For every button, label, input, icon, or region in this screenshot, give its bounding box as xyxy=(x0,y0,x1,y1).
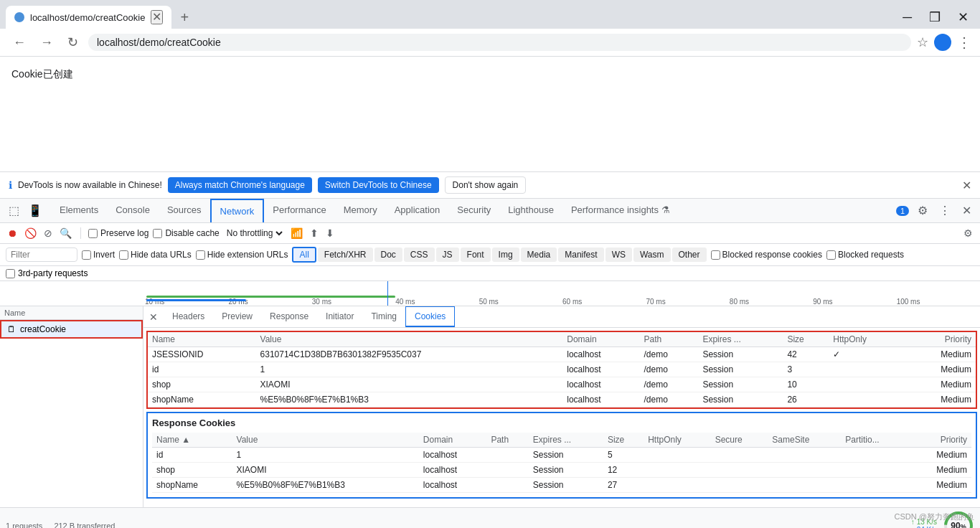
table-row: shop XIAOMI localhost /demo Session 10 M… xyxy=(148,377,976,392)
search-button[interactable]: 🔍 xyxy=(58,226,73,240)
reload-button[interactable]: ↻ xyxy=(63,33,83,52)
close-devtools-button[interactable]: ✕ xyxy=(959,201,974,220)
tab-console[interactable]: Console xyxy=(107,199,159,222)
bookmark-button[interactable]: ☆ xyxy=(917,34,928,50)
clear-button[interactable]: 🚫 xyxy=(23,226,38,240)
table-row: id 1 localhost Session 5 Medium xyxy=(152,448,971,463)
cell-size: 10 xyxy=(783,377,829,392)
detail-close-button[interactable]: ✕ xyxy=(143,307,164,327)
rcol-path: Path xyxy=(486,433,528,448)
disable-cache-input[interactable] xyxy=(153,229,162,238)
toolbar-right: ⚙ xyxy=(962,226,974,240)
filter-img[interactable]: Img xyxy=(492,248,519,262)
preserve-log-checkbox[interactable]: Preserve log xyxy=(88,228,149,238)
filter-js[interactable]: JS xyxy=(436,248,459,262)
detail-tab-response[interactable]: Response xyxy=(261,307,317,327)
network-settings-button[interactable]: ⚙ xyxy=(962,226,974,240)
table-row: shopName %E5%B0%8F%E7%B1%B3 localhost Se… xyxy=(152,478,971,493)
cell-domain: localhost xyxy=(562,392,639,407)
detail-tab-initiator[interactable]: Initiator xyxy=(317,307,362,327)
tab-sources[interactable]: Sources xyxy=(159,199,210,222)
device-toolbar-button[interactable]: 📱 xyxy=(25,201,45,220)
tab-application[interactable]: Application xyxy=(386,199,449,222)
filter-css[interactable]: CSS xyxy=(404,248,435,262)
filter-fetch-xhr[interactable]: Fetch/XHR xyxy=(318,248,373,262)
browser-menu-button[interactable]: ⋮ xyxy=(957,34,971,51)
cell-priority: Medium xyxy=(905,347,976,362)
wifi-button[interactable]: 📶 xyxy=(289,226,304,240)
address-input[interactable] xyxy=(88,34,911,51)
filter-input[interactable] xyxy=(6,248,77,262)
preserve-log-input[interactable] xyxy=(88,229,98,238)
filter-button[interactable]: ⊘ xyxy=(42,226,54,240)
cell-value: XIAOMI xyxy=(256,377,563,392)
rcell-partition xyxy=(841,463,909,478)
invert-checkbox[interactable]: Invert xyxy=(82,250,115,260)
filter-wasm[interactable]: Wasm xyxy=(633,248,671,262)
cell-expires: Session xyxy=(698,347,783,362)
minimize-button[interactable]: ─ xyxy=(897,9,918,27)
devtools-right-actions: 1 ⚙ ⋮ ✕ xyxy=(896,201,974,220)
match-language-button[interactable]: Always match Chrome's language xyxy=(168,177,312,193)
rcell-value: %E5%B0%8F%E7%B1%B3 xyxy=(232,478,419,493)
detail-tab-cookies[interactable]: Cookies xyxy=(405,306,455,327)
rcell-samesite xyxy=(768,478,841,493)
tab-performance-insights[interactable]: Performance insights ⚗ xyxy=(562,199,679,222)
maximize-button[interactable]: ❒ xyxy=(923,8,946,27)
filter-other[interactable]: Other xyxy=(672,248,707,262)
cell-path: /demo xyxy=(639,392,698,407)
blocked-requests-checkbox[interactable]: Blocked requests xyxy=(826,250,904,260)
active-tab[interactable]: localhost/demo/creatCookie ✕ xyxy=(6,6,171,29)
rcell-name: shopName xyxy=(152,478,232,493)
rcell-domain: localhost xyxy=(419,463,487,478)
filter-font[interactable]: Font xyxy=(461,248,491,262)
tab-memory[interactable]: Memory xyxy=(335,199,386,222)
tab-network[interactable]: Network xyxy=(210,199,265,222)
filter-doc[interactable]: Doc xyxy=(374,248,402,262)
rcol-size: Size xyxy=(603,433,644,448)
detail-tab-preview[interactable]: Preview xyxy=(213,307,261,327)
switch-chinese-button[interactable]: Switch DevTools to Chinese xyxy=(318,177,439,193)
disable-cache-checkbox[interactable]: Disable cache xyxy=(153,228,219,238)
filter-all[interactable]: All xyxy=(292,247,316,263)
record-button[interactable]: ⏺ xyxy=(6,226,19,240)
blocked-response-cookies-checkbox[interactable]: Blocked response cookies xyxy=(711,250,822,260)
tab-lighthouse[interactable]: Lighthouse xyxy=(499,199,562,222)
new-tab-button[interactable]: + xyxy=(174,6,194,29)
cell-path: /demo xyxy=(639,377,698,392)
file-item-creatcookie[interactable]: 🗒 creatCookie xyxy=(0,320,143,339)
tab-elements[interactable]: Elements xyxy=(51,199,107,222)
dont-show-again-button[interactable]: Don't show again xyxy=(445,176,527,194)
hide-data-urls-checkbox[interactable]: Hide data URLs xyxy=(119,250,192,260)
cell-path: /demo xyxy=(639,347,698,362)
close-window-button[interactable]: ✕ xyxy=(952,8,974,27)
filter-bar: Invert Hide data URLs Hide extension URL… xyxy=(0,244,980,266)
detail-tab-timing[interactable]: Timing xyxy=(362,307,405,327)
tab-close-button[interactable]: ✕ xyxy=(151,10,163,24)
settings-button[interactable]: ⚙ xyxy=(915,201,930,220)
network-toolbar: ⏺ 🚫 ⊘ 🔍 Preserve log Disable cache No th… xyxy=(0,223,980,244)
more-options-button[interactable]: ⋮ xyxy=(936,201,953,220)
export-button[interactable]: ⬇ xyxy=(324,226,336,240)
cell-name: JSESSIONID xyxy=(148,347,256,362)
rcol-samesite: SameSite xyxy=(768,433,841,448)
rcell-expires: Session xyxy=(529,463,603,478)
inspect-element-button[interactable]: ⬚ xyxy=(6,201,22,220)
tab-performance[interactable]: Performance xyxy=(264,199,334,222)
tab-security[interactable]: Security xyxy=(448,199,499,222)
page-title: Cookie已创建 xyxy=(11,68,969,81)
import-button[interactable]: ⬆ xyxy=(308,226,320,240)
profile-button[interactable] xyxy=(934,34,951,51)
forward-button[interactable]: → xyxy=(36,34,57,52)
banner-close-button[interactable]: ✕ xyxy=(962,179,971,192)
filter-manifest[interactable]: Manifest xyxy=(558,248,603,262)
detail-tab-headers[interactable]: Headers xyxy=(164,307,213,327)
third-party-checkbox[interactable]: 3rd-party requests xyxy=(6,268,974,278)
back-button[interactable]: ← xyxy=(9,34,30,52)
throttle-select[interactable]: No throttling xyxy=(224,227,285,239)
filter-media[interactable]: Media xyxy=(521,248,557,262)
filter-ws[interactable]: WS xyxy=(606,248,632,262)
banner-info-text: DevTools is now available in Chinese! xyxy=(18,180,162,190)
hide-ext-urls-checkbox[interactable]: Hide extension URLs xyxy=(196,250,288,260)
tab-bar: localhost/demo/creatCookie ✕ + ─ ❒ ✕ xyxy=(0,0,980,29)
